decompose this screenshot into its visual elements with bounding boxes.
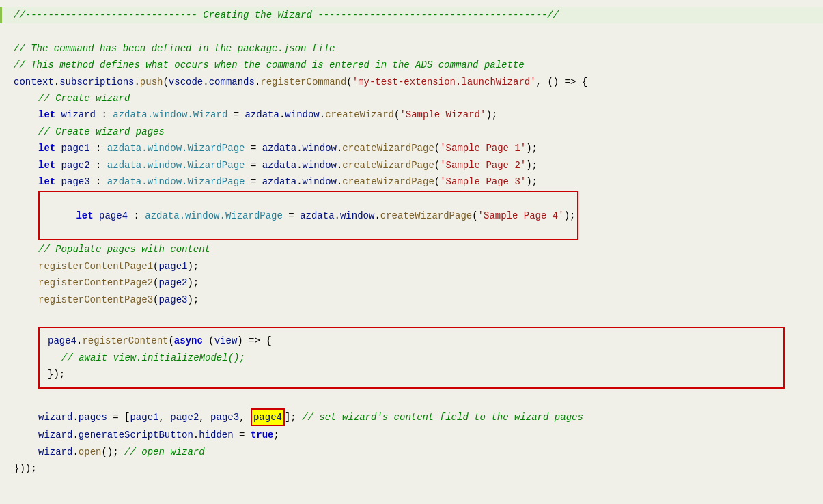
var-wizard-pages: wizard [38,410,72,425]
code-subscriptions: subscriptions [59,74,134,89]
section-header-text: //------------------------------ Creatin… [14,8,559,23]
azdata-p3: azdata [262,174,296,189]
fn-regpage2: registerContentPage2 [38,275,153,290]
code-dot3: . [203,74,208,89]
close-regpage3: ); [187,292,199,307]
code-vscode: vscode [169,74,203,89]
code-push: push [140,74,163,89]
var-page4-rc: page4 [48,333,76,348]
close-wizard: ); [486,107,497,122]
type-p3: azdata.window.WizardPage [107,174,245,189]
type-wizard: azdata.window.Wizard [113,107,227,122]
window-p3: window [303,174,337,189]
arr-page4-text: page4 [253,412,282,423]
code-comma1: , () => { [536,74,588,89]
paren-view: ( [208,333,214,348]
dot-open: . [72,445,78,460]
fn-createwizard: createWizard [325,107,394,122]
fn-createpage4: createWizardPage [380,210,472,221]
eq-wizard: = [227,107,245,122]
code-let-page2: let page2 : azdata.window.WizardPage = a… [0,157,823,173]
fn-regpage3: registerContentPage3 [38,292,153,307]
fn-regpage1: registerContentPage1 [38,259,153,274]
paren-p4: ( [472,210,477,221]
kw-let-wizard: let [38,107,61,122]
fn-createpage3: createWizardPage [342,174,434,189]
code-context-var: context [14,74,54,89]
var-view: view [214,333,238,348]
str-page3: 'Sample Page 3' [440,174,526,189]
window-p2: window [303,158,337,173]
blank-line-1 [0,23,823,40]
close-regpage1: ); [187,259,199,274]
fn-createpage2: createWizardPage [342,158,434,173]
semi-hidden: ; [274,428,279,443]
comment-wizard-pages: // set wizard's content field to the wiz… [296,410,583,425]
close-regpage2: ); [187,275,199,290]
comment-populate: // Populate pages with content [0,241,823,257]
close-p1: ); [526,141,538,156]
code-wizard-gscript: wizard.generateScriptButton.hidden = tru… [0,427,823,443]
dot-hidden: . [193,428,199,443]
comma-p1: , [158,410,170,425]
var-wizard: wizard [61,107,96,122]
code-container: //------------------------------ Creatin… [0,0,823,484]
type-p2: azdata.window.WizardPage [107,158,245,173]
prop-pages: pages [79,410,107,425]
comment-create-pages-text: // Create wizard pages [38,124,165,139]
kw-async: async [174,333,208,348]
kw-true: true [251,428,274,443]
var-wizard-gen: wizard [38,428,72,443]
code-dot1: . [54,74,59,89]
plain-colon-wizard: : [96,107,113,122]
var-page2: page2 [61,158,90,173]
type-p4: azdata.window.WizardPage [145,210,283,221]
kw-let-p2: let [38,158,61,173]
code-line-context: context.subscriptions.push(vscode.comman… [0,74,823,90]
close-p2: ); [526,158,538,173]
code-commands: commands [209,74,255,89]
page4-red-box: let page4 : azdata.window.WizardPage = a… [38,191,578,240]
dot-p3b: . [337,174,342,189]
section-header-line: //------------------------------ Creatin… [0,7,823,23]
paren-p1: ( [434,141,440,156]
str-sample-wizard: 'Sample Wizard' [400,107,486,122]
comment-populate-text: // Populate pages with content [38,242,210,257]
dot-rc: . [76,333,82,348]
code-let-page1: let page1 : azdata.window.WizardPage = a… [0,140,823,156]
kw-let-p4: let [76,210,99,221]
str-page4: 'Sample Page 4' [478,210,564,221]
code-await-line: // await view.initializeModel(); [48,350,775,366]
blank-line-3 [0,391,823,408]
azdata-p4: azdata [300,210,334,221]
code-registercommand: registerCommand [260,74,346,89]
arr-page1: page1 [130,410,158,425]
dot-p4b: . [374,210,380,221]
paren-p2: ( [434,158,440,173]
dot-p2b: . [337,158,342,173]
plain-regpage3: ( [153,292,158,307]
colon-p1: : [90,141,107,156]
code-dot4: . [255,74,260,89]
dot-p4a: . [335,210,340,221]
code-reg-page1: registerContentPage1(page1); [0,258,823,275]
close-rc: }); [48,367,65,382]
close-p4: ); [564,210,576,221]
azdata-p1: azdata [262,141,296,156]
comment-text-2: // This method defines what occurs when … [14,57,525,72]
eq-p2: = [245,158,262,173]
paren-p3: ( [434,174,440,189]
azdata-ref-wizard: azdata [245,107,279,122]
comment-await: // await view.initializeModel(); [61,350,245,365]
str-page2: 'Sample Page 2' [440,158,526,173]
fn-open: open [79,445,102,460]
var-wizard-open: wizard [38,445,72,460]
comment-text-1: // The command has been defined in the p… [14,41,335,56]
code-reg-page3: registerContentPage3(page3); [0,292,823,308]
str-page1: 'Sample Page 1' [440,141,526,156]
var-page4: page4 [99,210,128,221]
dot-create-wizard: . [320,107,325,122]
code-wizard-open: wizard.open(); // open wizard [0,444,823,460]
comment-create-wizard: // Create wizard [0,90,823,107]
dot-gen: . [72,428,78,443]
